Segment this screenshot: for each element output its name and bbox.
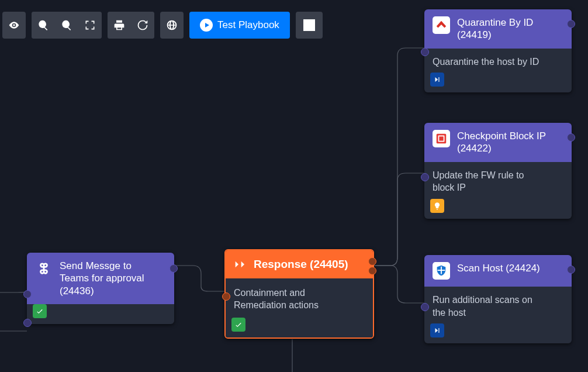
status-next-badge (430, 323, 444, 337)
bulb-icon (433, 202, 441, 210)
port-out[interactable] (567, 133, 575, 142)
check-icon (36, 307, 44, 315)
node-checkpoint[interactable]: Checkpoint Block IP (24422) Update the F… (424, 123, 572, 219)
port-in[interactable] (222, 292, 230, 301)
node-title: Checkpoint Block IP (24422) (457, 130, 546, 155)
node-badges (424, 73, 572, 92)
skip-icon (433, 326, 441, 335)
port-out[interactable] (170, 264, 178, 273)
node-header: Response (24405) (226, 250, 373, 278)
svg-rect-4 (438, 270, 445, 271)
port-out[interactable] (567, 20, 575, 28)
status-success-badge (33, 304, 47, 318)
node-header: Scan Host (24424) (424, 255, 572, 287)
node-body: Update the FW rule to block IP (424, 162, 572, 199)
node-badges (424, 323, 572, 343)
port-out[interactable] (567, 266, 575, 274)
vendor-icon (433, 262, 450, 280)
node-scan-host[interactable]: Scan Host (24424) Run additional scans o… (424, 255, 572, 343)
port-out[interactable] (368, 267, 376, 275)
port-in[interactable] (23, 290, 32, 298)
node-body: Run additional scans on the host (424, 287, 572, 323)
node-header: Checkpoint Block IP (24422) (424, 123, 572, 162)
node-response[interactable]: Response (24405) Containment and Remedia… (224, 249, 374, 339)
port-in[interactable] (421, 173, 429, 181)
node-title: Quarantine By ID (24419) (457, 16, 533, 42)
vendor-icon (433, 16, 450, 34)
node-body: Quarantine the host by ID (424, 49, 572, 73)
node-badges (226, 318, 373, 337)
node-badges (424, 199, 572, 219)
node-badges (27, 304, 174, 324)
svg-rect-2 (439, 136, 443, 140)
node-title: Scan Host (24424) (457, 262, 540, 274)
port-in-2[interactable] (23, 319, 32, 327)
node-header: Send Messge to Teams for approval (24436… (27, 253, 174, 304)
node-send-teams[interactable]: Send Messge to Teams for approval (24436… (27, 253, 174, 324)
check-icon (234, 321, 243, 329)
playbook-canvas[interactable]: Send Messge to Teams for approval (24436… (0, 0, 588, 372)
status-next-badge (430, 73, 444, 87)
status-hint-badge (430, 199, 444, 213)
port-out-top[interactable] (368, 257, 376, 266)
node-quarantine[interactable]: Quarantine By ID (24419) Quarantine the … (424, 9, 572, 92)
skip-icon (433, 75, 441, 84)
command-icon (35, 260, 53, 277)
node-header: Quarantine By ID (24419) (424, 9, 572, 49)
port-in[interactable] (421, 48, 429, 56)
port-in[interactable] (421, 303, 429, 311)
node-title: Send Messge to Teams for approval (24436… (60, 260, 144, 297)
vendor-icon (433, 130, 450, 147)
node-title: Response (24405) (254, 257, 348, 271)
node-body: Containment and Remediation actions (226, 278, 373, 318)
chevron-right-icon (234, 258, 249, 271)
status-success-badge (231, 318, 245, 332)
